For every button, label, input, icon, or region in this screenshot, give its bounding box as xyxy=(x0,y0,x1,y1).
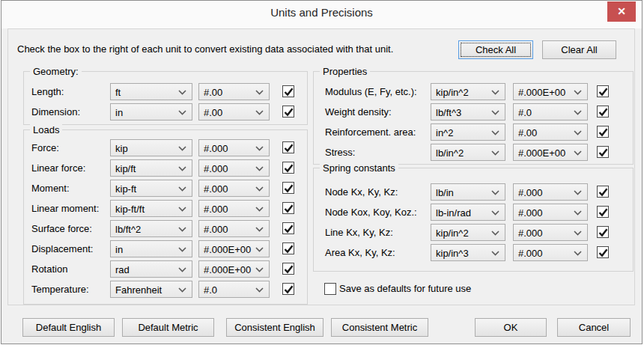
unit-select[interactable]: in xyxy=(110,240,192,257)
consistent-metric-button[interactable]: Consistent Metric xyxy=(331,318,428,337)
chevron-down-icon xyxy=(255,207,264,212)
unit-select-value: lb/in^2 xyxy=(436,147,464,159)
chevron-down-icon xyxy=(178,207,186,212)
convert-checkbox[interactable] xyxy=(282,182,294,194)
unit-label: Area Kx, Ky, Kz: xyxy=(325,247,395,258)
unit-label: Temperature: xyxy=(31,284,89,295)
convert-checkbox[interactable] xyxy=(282,85,294,97)
precision-select[interactable]: #.000 xyxy=(198,200,270,217)
convert-checkbox[interactable] xyxy=(597,226,609,238)
unit-select[interactable]: in xyxy=(110,103,192,120)
convert-checkbox[interactable] xyxy=(597,246,609,258)
unit-select[interactable]: rad xyxy=(110,260,192,278)
unit-label: Force: xyxy=(31,142,59,153)
precision-select[interactable]: #.000E+00 xyxy=(198,240,270,257)
precision-select[interactable]: #.0 xyxy=(513,103,588,120)
unit-select-value: in xyxy=(115,244,123,255)
convert-checkbox[interactable] xyxy=(597,106,609,117)
unit-select[interactable]: kip-ft/ft xyxy=(110,200,192,217)
precision-select-value: #.000E+00 xyxy=(518,87,565,98)
clear-all-button[interactable]: Clear All xyxy=(542,40,616,59)
unit-label: Moment: xyxy=(31,183,70,194)
cancel-button[interactable]: Cancel xyxy=(557,318,631,337)
unit-select[interactable]: lb/in^2 xyxy=(431,144,505,161)
convert-checkbox[interactable] xyxy=(282,106,294,117)
convert-checkbox[interactable] xyxy=(282,283,294,295)
unit-select[interactable]: lb/ft^3 xyxy=(431,103,505,120)
default-english-button[interactable]: Default English xyxy=(22,318,115,337)
unit-select[interactable]: kip/in^2 xyxy=(431,83,505,100)
save-defaults-checkbox[interactable] xyxy=(324,283,336,295)
precision-select[interactable]: #.000 xyxy=(198,139,270,156)
precision-select-value: #.000E+00 xyxy=(204,244,251,255)
convert-checkbox[interactable] xyxy=(282,222,294,234)
unit-row: Temperature:Fahrenheit#.0 xyxy=(24,281,307,298)
unit-label: Linear force: xyxy=(31,162,85,174)
chevron-down-icon xyxy=(255,110,264,115)
precision-select[interactable]: #.00 xyxy=(198,83,270,100)
precision-select[interactable]: #.000E+00 xyxy=(513,144,588,161)
unit-select[interactable]: lb-in/rad xyxy=(431,204,505,221)
unit-row: Weight density:lb/ft^3#.0 xyxy=(314,103,633,120)
unit-select-value: lb/ft^2 xyxy=(115,224,141,235)
convert-checkbox[interactable] xyxy=(597,206,609,218)
close-icon: ✕ xyxy=(617,5,626,17)
unit-row: Force:kip#.000 xyxy=(24,139,307,156)
precision-select[interactable]: #.00 xyxy=(513,123,588,141)
unit-select[interactable]: in^2 xyxy=(431,123,505,141)
unit-row: Stress:lb/in^2#.000E+00 xyxy=(314,144,633,161)
precision-select[interactable]: #.000 xyxy=(198,180,270,197)
convert-checkbox[interactable] xyxy=(597,126,609,138)
chevron-down-icon xyxy=(491,231,499,236)
convert-checkbox[interactable] xyxy=(282,263,294,275)
precision-select-value: #.000 xyxy=(204,183,228,195)
unit-select[interactable]: Fahrenheit xyxy=(110,281,192,298)
chevron-down-icon xyxy=(574,231,582,236)
precision-select[interactable]: #.000E+00 xyxy=(198,260,270,278)
unit-select[interactable]: kip/in^3 xyxy=(431,244,505,261)
unit-select-value: lb/in xyxy=(436,187,454,198)
unit-select-value: in^2 xyxy=(436,127,453,138)
precision-select[interactable]: #.000E+00 xyxy=(513,83,588,100)
instruction-text: Check the box to the right of each unit … xyxy=(17,43,393,55)
convert-checkbox[interactable] xyxy=(282,242,294,254)
unit-row: Node Kx, Ky, Kz:lb/in#.000 xyxy=(314,183,633,201)
precision-select[interactable]: #.000 xyxy=(513,244,588,261)
chevron-down-icon xyxy=(178,247,186,252)
unit-select[interactable]: lb/in xyxy=(431,183,505,201)
unit-select[interactable]: kip/in^2 xyxy=(431,224,505,241)
ok-button[interactable]: OK xyxy=(475,318,547,337)
precision-select[interactable]: #.000 xyxy=(198,159,270,177)
precision-select[interactable]: #.000 xyxy=(513,224,588,241)
close-button[interactable]: ✕ xyxy=(607,1,636,22)
convert-checkbox[interactable] xyxy=(282,141,294,153)
check-all-button[interactable]: Check All xyxy=(458,40,533,59)
chevron-down-icon xyxy=(178,146,186,151)
consistent-english-button[interactable]: Consistent English xyxy=(226,318,323,337)
precision-select[interactable]: #.000 xyxy=(198,220,270,237)
chevron-down-icon xyxy=(255,90,264,95)
unit-label: Modulus (E, Fy, etc.): xyxy=(325,86,417,97)
precision-select-value: #.00 xyxy=(204,107,222,118)
unit-select[interactable]: kip-ft xyxy=(110,180,192,197)
unit-select[interactable]: lb/ft^2 xyxy=(110,220,192,237)
convert-checkbox[interactable] xyxy=(597,146,609,158)
unit-select[interactable]: kip/ft xyxy=(110,159,192,177)
convert-checkbox[interactable] xyxy=(282,162,294,174)
unit-row: Rotationrad#.000E+00 xyxy=(24,260,307,278)
precision-select[interactable]: #.000 xyxy=(513,204,588,221)
unit-row: Linear moment:kip-ft/ft#.000 xyxy=(24,200,307,217)
convert-checkbox[interactable] xyxy=(597,85,609,97)
chevron-down-icon xyxy=(255,287,264,293)
precision-select-value: #.000 xyxy=(204,204,228,215)
precision-select[interactable]: #.0 xyxy=(198,281,270,298)
default-metric-button[interactable]: Default Metric xyxy=(122,318,214,337)
convert-checkbox[interactable] xyxy=(597,186,609,198)
precision-select[interactable]: #.000 xyxy=(513,183,588,201)
precision-select[interactable]: #.00 xyxy=(198,103,270,120)
unit-select[interactable]: kip xyxy=(110,139,192,156)
convert-checkbox[interactable] xyxy=(282,202,294,214)
chevron-down-icon xyxy=(574,150,582,156)
unit-select[interactable]: ft xyxy=(110,83,192,100)
chevron-down-icon xyxy=(178,227,186,232)
